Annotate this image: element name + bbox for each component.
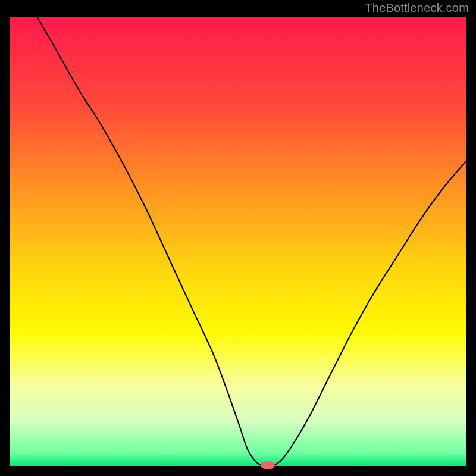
bottleneck-chart bbox=[0, 0, 476, 476]
plot-background bbox=[10, 17, 466, 466]
attribution-label: TheBottleneck.com bbox=[365, 1, 469, 15]
chart-container: TheBottleneck.com bbox=[0, 0, 476, 476]
optimal-marker bbox=[261, 461, 275, 469]
